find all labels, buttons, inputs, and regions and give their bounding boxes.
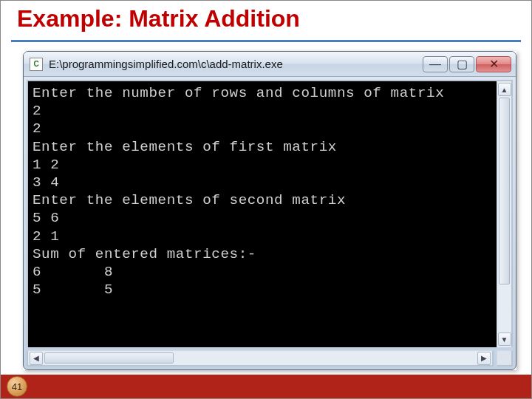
titlebar[interactable]: C E:\programmingsimplified.com\c\add-mat…	[24, 52, 516, 77]
window-title: E:\programmingsimplified.com\c\add-matri…	[49, 58, 423, 70]
close-icon: ✕	[489, 57, 499, 71]
scroll-left-button[interactable]: ◀	[30, 352, 43, 365]
maximize-icon: ▢	[457, 57, 468, 71]
slide-title: Example: Matrix Addition	[1, 1, 531, 40]
minimize-button[interactable]: —	[423, 56, 448, 72]
chevron-left-icon: ◀	[33, 354, 39, 362]
minimize-icon: —	[429, 58, 441, 71]
vertical-scrollbar[interactable]: ▲ ▼	[497, 80, 513, 347]
console-window-screenshot: C E:\programmingsimplified.com\c\add-mat…	[23, 51, 516, 370]
horizontal-scroll-thumb[interactable]	[44, 352, 174, 364]
window-buttons: — ▢ ✕	[423, 56, 511, 72]
chevron-up-icon: ▲	[501, 86, 508, 94]
slide-number-badge: 41	[7, 376, 27, 397]
maximize-button[interactable]: ▢	[449, 56, 474, 72]
bottom-scroll-row: ◀ ▶	[24, 350, 516, 369]
scrollbar-corner	[497, 350, 513, 366]
chevron-right-icon: ▶	[481, 354, 487, 362]
close-button[interactable]: ✕	[476, 56, 511, 72]
vertical-scroll-thumb[interactable]	[499, 98, 510, 284]
window-body: Enter the number of rows and columns of …	[24, 77, 516, 350]
horizontal-scroll-track[interactable]	[44, 351, 476, 365]
scroll-right-button[interactable]: ▶	[477, 352, 491, 365]
scroll-up-button[interactable]: ▲	[498, 83, 511, 96]
vertical-scroll-track[interactable]	[497, 98, 511, 331]
slide: Example: Matrix Addition C E:\programmin…	[0, 0, 532, 399]
window-frame: C E:\programmingsimplified.com\c\add-mat…	[23, 51, 516, 370]
scroll-down-button[interactable]: ▼	[498, 332, 511, 346]
horizontal-scrollbar[interactable]: ◀ ▶	[27, 350, 494, 366]
console-output[interactable]: Enter the number of rows and columns of …	[27, 80, 497, 347]
app-icon: C	[30, 58, 43, 71]
title-underline	[11, 40, 521, 42]
chevron-down-icon: ▼	[501, 335, 508, 344]
slide-footer: 41	[1, 375, 531, 398]
